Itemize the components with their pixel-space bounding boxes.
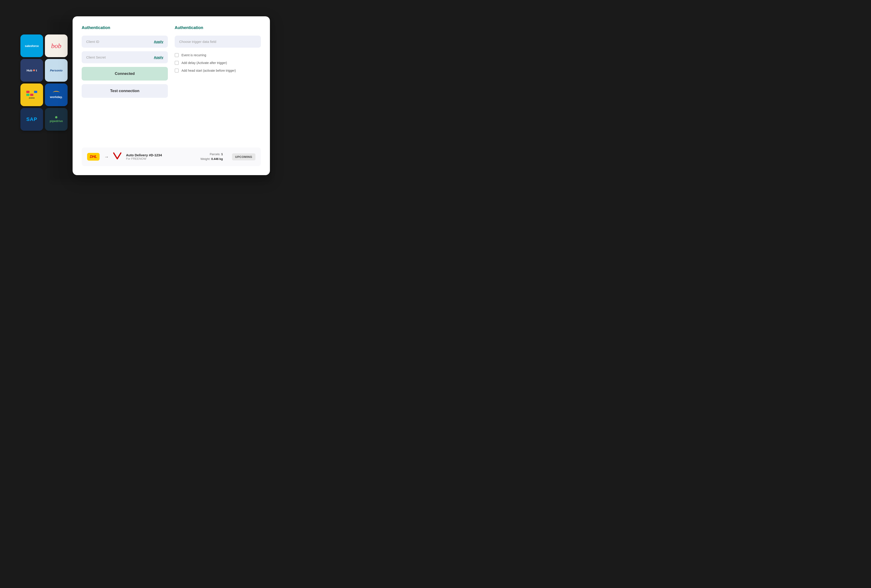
main-panel: Authentication Client ID Apply Client Se… — [73, 16, 270, 175]
delivery-info: Auto Delivery #D-1234 For FREENOW — [126, 153, 196, 160]
app-tile-zoho[interactable]: ZOHO — [20, 84, 43, 106]
app-tile-personio[interactable]: Personio — [45, 59, 67, 82]
personio-label: Personio — [50, 69, 63, 72]
pipedrive-logo: pipedrive — [50, 116, 63, 123]
arrow-icon: → — [104, 154, 109, 160]
dhl-logo: DHL — [87, 153, 100, 161]
weight-label: Weight: — [201, 157, 211, 161]
salesforce-label: salesforce — [25, 44, 39, 48]
delivery-sub: For FREENOW — [126, 157, 196, 160]
checkbox-headstart-label: Add head start (activate before trigger) — [181, 69, 236, 72]
app-tile-hubspot[interactable]: Hub t — [20, 59, 43, 82]
client-id-apply-button[interactable]: Apply — [154, 40, 163, 43]
upcoming-badge: UPCOMING — [232, 153, 256, 160]
bob-label: bob — [51, 42, 61, 50]
client-secret-row: Client Secret Apply — [82, 51, 168, 63]
checkbox-delay-label: Add delay (Activate after trigger) — [181, 61, 227, 65]
checkbox-recurring-label: Event is recurring — [181, 53, 206, 57]
left-auth-panel: Authentication Client ID Apply Client Se… — [82, 25, 168, 142]
parcels-line: Parcels: 1 — [201, 152, 223, 157]
pipedrive-label: pipedrive — [50, 119, 63, 123]
right-panel-title: Authentication — [175, 25, 261, 30]
parcels-value: 1 — [221, 153, 223, 156]
app-tile-salesforce[interactable]: salesforce — [20, 34, 43, 57]
app-tile-workday[interactable]: workday. — [45, 84, 67, 106]
connected-button[interactable]: Connected — [82, 67, 168, 81]
workday-logo: workday. — [50, 91, 62, 99]
app-tile-sap[interactable]: SAP — [20, 108, 43, 131]
checkbox-delay[interactable]: Add delay (Activate after trigger) — [175, 61, 261, 65]
weight-value: 0.446 kg — [211, 157, 223, 161]
checkbox-recurring-box[interactable] — [175, 53, 179, 57]
workday-label: workday. — [50, 95, 62, 99]
checkbox-headstart[interactable]: Add head start (activate before trigger) — [175, 69, 261, 73]
client-secret-label: Client Secret — [86, 55, 106, 59]
delivery-title: Auto Delivery #D-1234 — [126, 153, 196, 157]
weight-line: Weight: 0.446 kg — [201, 157, 223, 162]
delivery-meta: Parcels: 1 Weight: 0.446 kg — [201, 152, 223, 162]
app-tile-bob[interactable]: bob — [45, 34, 67, 57]
app-grid: salesforce bob Hub t Personio — [20, 34, 67, 131]
trigger-data-field[interactable]: Choose trigger data field — [175, 36, 261, 48]
client-id-label: Client ID — [86, 40, 99, 43]
checkbox-group: Event is recurring Add delay (Activate a… — [175, 53, 261, 73]
left-panel-title: Authentication — [82, 25, 168, 30]
test-connection-button[interactable]: Test connection — [82, 84, 168, 98]
app-tile-pipedrive[interactable]: pipedrive — [45, 108, 67, 131]
freenow-logo — [113, 153, 121, 161]
parcels-label: Parcels: — [210, 153, 220, 156]
checkbox-delay-box[interactable] — [175, 61, 179, 65]
trigger-placeholder: Choose trigger data field — [179, 40, 216, 43]
zoho-logo: ZOHO — [26, 91, 37, 99]
client-id-row: Client ID Apply — [82, 36, 168, 48]
delivery-card: DHL → Auto Delivery #D-1234 For FREENOW … — [82, 147, 261, 166]
sap-label: SAP — [26, 117, 37, 122]
dhl-label: DHL — [90, 155, 97, 159]
client-secret-apply-button[interactable]: Apply — [154, 55, 163, 59]
right-auth-panel: Authentication Choose trigger data field… — [175, 25, 261, 142]
checkbox-headstart-box[interactable] — [175, 69, 179, 73]
hubspot-logo: Hub t — [27, 69, 37, 72]
checkbox-recurring[interactable]: Event is recurring — [175, 53, 261, 57]
